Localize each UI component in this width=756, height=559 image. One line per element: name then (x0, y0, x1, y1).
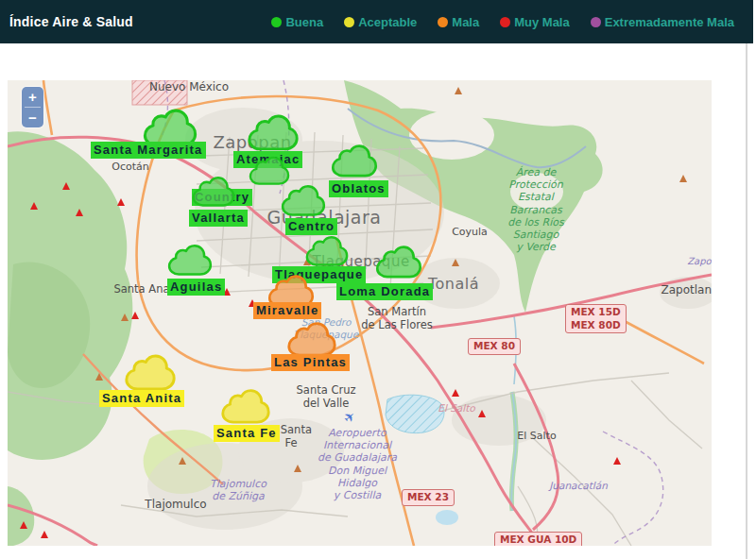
road-badge: MEX 23 (402, 489, 455, 506)
map-zoom-control: + − (22, 87, 43, 127)
peak-icon (455, 87, 462, 94)
station-cloud-marker[interactable] (244, 111, 302, 152)
station-cloud-marker[interactable] (278, 182, 329, 217)
peak-icon (131, 312, 139, 319)
station-label: Santa Fe (214, 425, 280, 442)
legend-label: Muy Mala (514, 15, 570, 29)
zoom-out-button[interactable]: − (22, 108, 43, 127)
peak-icon (117, 198, 125, 206)
zoom-in-button[interactable]: + (22, 87, 43, 107)
legend-dot-icon (438, 17, 448, 27)
legend-item: Buena (271, 15, 323, 29)
peak-icon (478, 410, 486, 417)
legend-item: Extremadamente Mala (591, 15, 734, 29)
legend-item: Muy Mala (500, 15, 570, 29)
legend-item: Aceptable (344, 15, 417, 29)
station-label: Oblatos (329, 180, 388, 197)
peak-icon (452, 389, 459, 397)
road-badge: MEX 15D MEX 80D (565, 304, 627, 333)
scrollbar[interactable] (746, 43, 747, 559)
station-cloud-marker[interactable] (328, 142, 381, 178)
station-cloud-marker[interactable] (217, 386, 274, 425)
road-badge: MEX 80 (468, 338, 521, 355)
page-title: Índice Aire & Salud (9, 14, 133, 29)
peak-icon (121, 313, 129, 321)
station-cloud-marker[interactable] (284, 319, 340, 358)
peak-icon (41, 531, 48, 538)
peak-icon (20, 521, 27, 529)
peak-icon (76, 209, 83, 216)
legend-dot-icon (591, 17, 601, 27)
legend-dot-icon (271, 17, 282, 27)
road-badge: MEX GUA 10D (494, 532, 582, 546)
legend-label: Extremadamente Mala (605, 15, 734, 29)
station-label: Santa Margarita (91, 142, 206, 159)
header-bar: Índice Aire & Salud BuenaAceptableMalaMu… (0, 0, 753, 43)
legend-label: Aceptable (358, 15, 417, 29)
station-cloud-marker[interactable] (302, 233, 352, 267)
peak-icon (95, 373, 103, 381)
peak-icon (452, 259, 459, 266)
station-cloud-marker[interactable] (372, 243, 425, 280)
legend-dot-icon (500, 17, 510, 27)
station-label: Miravalle (253, 302, 321, 319)
peak-icon (613, 457, 621, 465)
peak-icon (679, 175, 687, 182)
peak-icon (62, 182, 70, 190)
peak-icon (294, 465, 301, 472)
station-cloud-marker[interactable] (164, 242, 215, 277)
aqi-legend: BuenaAceptableMalaMuy MalaExtremadamente… (271, 15, 734, 29)
station-cloud-marker[interactable] (121, 351, 180, 392)
legend-label: Mala (452, 15, 479, 29)
legend-label: Buena (285, 15, 323, 29)
station-cloud-marker[interactable] (189, 174, 238, 208)
air-quality-app: Índice Aire & Salud BuenaAceptableMalaMu… (0, 0, 756, 559)
station-label: Vallarta (189, 210, 248, 227)
legend-item: Mala (438, 15, 479, 29)
legend-dot-icon (344, 17, 354, 27)
peak-icon (179, 457, 186, 465)
station-label: Aguilas (167, 279, 225, 296)
peak-icon (30, 202, 38, 210)
station-label: Santa Anita (99, 390, 184, 407)
station-label: Loma Dorada (336, 283, 433, 300)
map-canvas[interactable]: Nuevo MéxicoZapopanOcotánGuadalajaraTlaq… (8, 80, 712, 546)
station-label: Las Pintas (271, 354, 350, 371)
